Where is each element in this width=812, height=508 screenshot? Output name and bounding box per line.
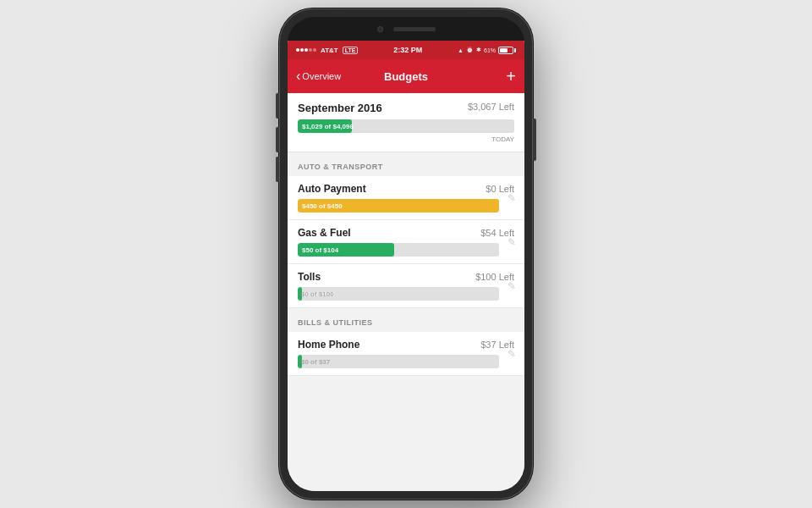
front-camera [377, 26, 383, 32]
battery-body [498, 47, 513, 54]
nav-bar: ‹ Overview Budgets + [288, 59, 524, 93]
status-right: ▲ ⏰ ✱ 61% [458, 47, 516, 54]
signal-dot-5 [313, 48, 316, 52]
status-time: 2:32 PM [393, 46, 422, 54]
auto-payment-header: Auto Payment $0 Left [298, 183, 514, 195]
tolls-edit-icon[interactable]: ✎ [508, 280, 516, 292]
tolls-name: Tolls [298, 271, 321, 283]
home-phone-bar-wrapper: $0 of $37 [298, 355, 514, 368]
budget-item-home-phone[interactable]: Home Phone $37 Left $0 of $37 ✎ [288, 332, 524, 376]
tolls-progress-bar: $0 of $100 $0 of $100 [298, 287, 499, 301]
alarm-icon: ⏰ [466, 47, 474, 53]
summary-progress-label: $1,029 of $4,096 [302, 123, 354, 130]
summary-month: September 2016 [298, 102, 382, 114]
summary-header: September 2016 $3,067 Left [298, 102, 514, 114]
gas-fuel-edit-icon[interactable]: ✎ [508, 236, 516, 248]
battery-indicator [498, 47, 516, 54]
summary-section: September 2016 $3,067 Left $1,029 of $4,… [288, 93, 524, 152]
tolls-header: Tolls $100 Left [298, 271, 514, 283]
back-label: Overview [302, 71, 341, 81]
signal-dot-2 [300, 48, 304, 52]
auto-payment-fill: $450 of $450 [298, 199, 499, 213]
location-icon: ▲ [458, 47, 464, 53]
gas-fuel-bar-wrapper: $50 of $104 [298, 243, 514, 257]
category-header-bills: BILLS & UTILITIES [288, 308, 524, 332]
summary-left-amount: $3,067 Left [468, 102, 514, 112]
auto-payment-edit-icon[interactable]: ✎ [508, 192, 516, 204]
budget-item-tolls[interactable]: Tolls $100 Left $0 of $100 $0 of $100 ✎ [288, 264, 524, 308]
auto-payment-label: $450 of $450 [302, 202, 343, 210]
auto-payment-bar-wrapper: $450 of $450 [298, 199, 514, 213]
status-left: AT&T LTE [296, 47, 358, 54]
battery-tip [514, 48, 516, 52]
page-title: Budgets [370, 70, 443, 83]
bluetooth-icon: ✱ [476, 47, 481, 53]
budget-item-gas-fuel[interactable]: Gas & Fuel $54 Left $50 of $104 ✎ [288, 220, 524, 264]
signal-dot-3 [304, 48, 308, 52]
phone-inner: AT&T LTE 2:32 PM ▲ ⏰ ✱ 61% [288, 17, 524, 491]
gas-fuel-name: Gas & Fuel [298, 227, 351, 239]
phone-screen: AT&T LTE 2:32 PM ▲ ⏰ ✱ 61% [288, 41, 524, 491]
budget-item-auto-payment[interactable]: Auto Payment $0 Left $450 of $450 ✎ [288, 176, 524, 220]
category-title-auto: AUTO & TRANSPORT [298, 163, 383, 171]
auto-payment-name: Auto Payment [298, 183, 366, 195]
lte-badge: LTE [343, 47, 359, 54]
category-title-bills: BILLS & UTILITIES [298, 318, 373, 327]
back-chevron-icon: ‹ [296, 69, 300, 83]
gas-fuel-label: $50 of $104 [302, 246, 338, 254]
content-area: September 2016 $3,067 Left $1,029 of $4,… [288, 93, 524, 491]
carrier-name: AT&T [321, 47, 338, 54]
speaker [393, 27, 436, 31]
phone-device: AT&T LTE 2:32 PM ▲ ⏰ ✱ 61% [279, 8, 533, 500]
phone-top-bar [288, 17, 524, 41]
signal-dot-1 [296, 48, 299, 52]
summary-progress-bar: $1,029 of $4,096 [298, 119, 514, 133]
signal-dot-4 [309, 48, 312, 52]
back-button[interactable]: ‹ Overview [296, 70, 370, 83]
tolls-bar-wrapper: $0 of $100 $0 of $100 [298, 287, 514, 301]
category-header-auto: AUTO & TRANSPORT [288, 152, 524, 176]
battery-fill [500, 48, 508, 52]
today-marker: TODAY [298, 135, 514, 143]
status-bar: AT&T LTE 2:32 PM ▲ ⏰ ✱ 61% [288, 41, 524, 59]
auto-payment-progress-bar: $450 of $450 [298, 199, 499, 213]
home-phone-edit-icon[interactable]: ✎ [508, 348, 516, 360]
gas-fuel-fill: $50 of $104 [298, 243, 394, 257]
battery-percent: 61% [484, 47, 496, 53]
home-phone-name: Home Phone [298, 339, 359, 351]
summary-progress-fill: $1,029 of $4,096 [298, 119, 352, 133]
gas-fuel-header: Gas & Fuel $54 Left [298, 227, 514, 239]
home-phone-header: Home Phone $37 Left [298, 339, 514, 351]
signal-strength [296, 48, 316, 52]
gas-fuel-progress-bar: $50 of $104 [298, 243, 499, 257]
home-phone-progress-bar: $0 of $37 [298, 355, 499, 368]
add-budget-button[interactable]: + [442, 68, 516, 85]
